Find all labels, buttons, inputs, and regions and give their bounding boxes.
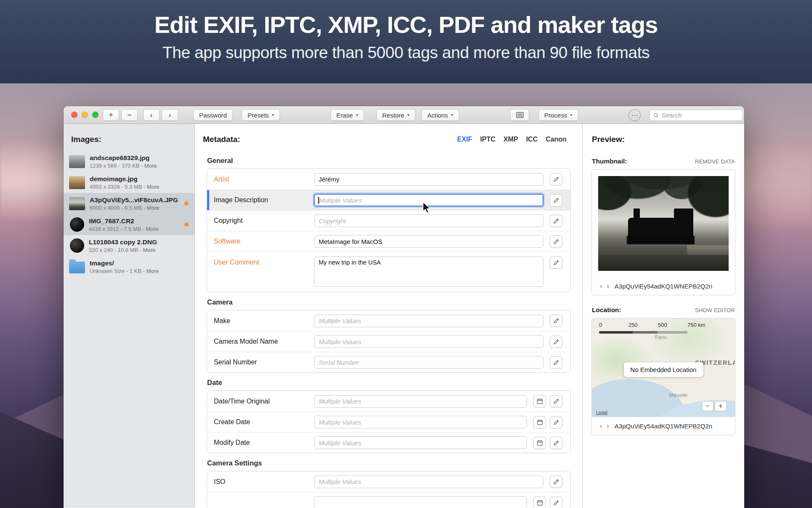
thumbnail-image[interactable]: [598, 176, 729, 271]
remove-image-button[interactable]: −: [121, 109, 138, 121]
create-date-input[interactable]: [314, 416, 527, 428]
add-image-button[interactable]: +: [103, 109, 119, 121]
camera-model-input[interactable]: [314, 335, 543, 348]
iso-input[interactable]: [314, 476, 543, 488]
field-row-user-comment: User Comment My new trip in the USA: [207, 251, 570, 292]
map-legal-link[interactable]: Legal: [596, 410, 607, 415]
modified-badge: [184, 222, 189, 227]
more-link[interactable]: More: [146, 226, 159, 232]
user-comment-textarea[interactable]: My new trip in the USA: [314, 257, 543, 287]
tab-canon[interactable]: Canon: [546, 136, 567, 143]
edit-pencil-button[interactable]: [550, 416, 562, 428]
metadata-title: Metadata:: [203, 135, 240, 144]
field-input[interactable]: [314, 496, 527, 508]
tab-icc[interactable]: ICC: [526, 136, 538, 143]
password-button[interactable]: Password: [193, 109, 233, 121]
chevron-down-icon: ▾: [570, 113, 572, 117]
more-options-button[interactable]: ⋯: [628, 109, 641, 121]
show-editor-link[interactable]: SHOW EDITOR: [695, 307, 735, 313]
file-meta: 4992 x 3328 - 5.3 MB -: [90, 184, 147, 190]
software-input[interactable]: [314, 235, 543, 248]
pencil-icon: [553, 359, 559, 366]
marketing-banner: Edit EXIF, IPTC, XMP, ICC, PDF and maker…: [0, 0, 812, 83]
view-mode-button[interactable]: [510, 109, 529, 121]
tab-xmp[interactable]: XMP: [503, 136, 518, 143]
file-row-selected[interactable]: A3pQuViEy5...vIF8cuvA.JPG 6000 x 4000 - …: [64, 193, 194, 214]
zoom-out-button[interactable]: −: [702, 401, 713, 411]
pencil-icon: [553, 339, 559, 345]
file-row[interactable]: Images/ Unknown Size - 1 KB - More: [64, 256, 194, 277]
restore-dropdown[interactable]: Restore ▾: [376, 109, 415, 121]
tab-exif[interactable]: EXIF: [457, 136, 472, 143]
serial-number-input[interactable]: [314, 356, 543, 369]
metadata-panel: Metadata: EXIF IPTC XMP ICC Canon Genera…: [195, 124, 583, 508]
calendar-button[interactable]: [533, 395, 546, 407]
more-link[interactable]: More: [147, 205, 160, 211]
pencil-icon: [553, 398, 559, 404]
preview-panel: Preview: Thumbnail: REMOVE DATA: [583, 124, 744, 508]
photo-ground: [598, 255, 729, 271]
forward-button[interactable]: ›: [162, 109, 178, 121]
edit-pencil-button[interactable]: [550, 497, 562, 508]
chevron-down-icon: ▾: [356, 113, 358, 117]
more-link[interactable]: More: [147, 184, 160, 190]
section-camera-settings: ISO: [207, 471, 571, 508]
make-label: Make: [214, 317, 314, 325]
file-row-selected[interactable]: IMG_7687.CR2 4416 x 3312 - 7.5 MB - More: [64, 214, 194, 235]
remove-data-link[interactable]: REMOVE DATA: [695, 158, 735, 165]
copyright-input[interactable]: [314, 214, 543, 227]
presets-dropdown[interactable]: Presets ▾: [242, 109, 280, 121]
thumbnail-label: Thumbnail:: [592, 158, 627, 165]
photo-locomotive: [627, 236, 695, 244]
erase-dropdown[interactable]: Erase ▾: [330, 109, 364, 121]
minimize-button[interactable]: [82, 112, 88, 118]
close-button[interactable]: [71, 112, 77, 118]
modify-date-input[interactable]: [314, 436, 527, 449]
software-label: Software: [214, 238, 314, 245]
more-link[interactable]: More: [143, 247, 156, 253]
pencil-icon: [553, 419, 559, 425]
edit-pencil-button[interactable]: [550, 257, 562, 269]
zoom-in-button[interactable]: +: [715, 401, 727, 411]
calendar-icon: [537, 440, 543, 446]
process-dropdown[interactable]: Process ▾: [538, 109, 578, 121]
pencil-icon: [553, 176, 559, 182]
edit-pencil-button[interactable]: [550, 336, 562, 348]
calendar-button[interactable]: [533, 497, 546, 508]
datetime-original-input[interactable]: [314, 395, 527, 408]
calendar-icon: [537, 419, 543, 425]
file-row[interactable]: andscape68329.jpg 1239 x 569 - 370 KB - …: [64, 151, 194, 172]
scale-tick: 500: [658, 322, 687, 328]
image-description-input[interactable]: [314, 194, 543, 206]
edit-pencil-button[interactable]: [550, 194, 562, 206]
file-row[interactable]: demoimage.jpg 4992 x 3328 - 5.3 MB - Mor…: [64, 172, 194, 193]
map-view[interactable]: 0 250 500 750 km Paris SWITZERLA No Embe…: [592, 318, 735, 417]
section-title-camera: Camera: [207, 298, 571, 306]
more-link[interactable]: More: [146, 268, 159, 274]
toolbar: + − ‹ › Password Presets ▾ Erase ▾ Resto…: [64, 106, 744, 124]
tab-iptc[interactable]: IPTC: [480, 136, 495, 143]
calendar-button[interactable]: [533, 416, 546, 428]
make-input[interactable]: [314, 315, 543, 327]
more-link[interactable]: More: [144, 163, 157, 169]
edit-pencil-button[interactable]: [550, 437, 562, 449]
search-field[interactable]: [650, 110, 743, 121]
back-button[interactable]: ‹: [143, 109, 160, 121]
edit-pencil-button[interactable]: [550, 395, 562, 407]
edit-pencil-button[interactable]: [550, 476, 562, 488]
fullscreen-button[interactable]: [92, 112, 99, 118]
edit-pencil-button[interactable]: [550, 173, 562, 185]
edit-pencil-button[interactable]: [550, 215, 562, 227]
file-name: A3pQuViEy5...vIF8cuvA.JPG: [90, 196, 178, 204]
actions-dropdown[interactable]: Actions ▾: [421, 109, 459, 121]
calendar-button[interactable]: [533, 437, 546, 449]
edit-pencil-button[interactable]: [550, 235, 562, 248]
search-input[interactable]: [662, 112, 733, 119]
iso-label: ISO: [214, 478, 314, 486]
edit-pencil-button[interactable]: [550, 315, 562, 327]
create-date-label: Create Date: [214, 418, 314, 426]
file-row[interactable]: L1018043 copy 2.DNG 320 x 240 - 10.6 MB …: [64, 235, 194, 256]
artist-input[interactable]: [314, 173, 543, 186]
edit-pencil-button[interactable]: [550, 356, 562, 369]
field-row-camera-model: Camera Model Name: [207, 331, 570, 352]
